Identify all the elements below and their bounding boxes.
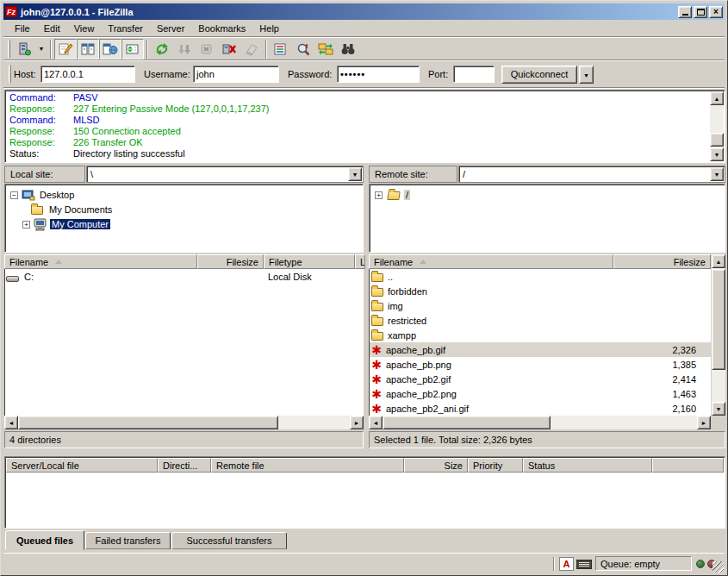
column-header-filename[interactable]: Filename: [4, 254, 197, 269]
tree-item-my-computer[interactable]: + My Computer: [22, 217, 110, 231]
column-header-filetype[interactable]: Filetype: [264, 254, 355, 269]
reconnect-button[interactable]: [240, 39, 263, 59]
remote-list-header: Filename Filesize: [369, 254, 711, 269]
scrollbar-thumb[interactable]: [383, 416, 551, 429]
expand-icon[interactable]: +: [375, 191, 383, 199]
quickconnect-grip[interactable]: [9, 66, 11, 83]
menu-file[interactable]: File: [8, 22, 37, 35]
directory-comparison-button[interactable]: [292, 39, 314, 59]
local-hscrollbar[interactable]: ◄ ►: [4, 416, 364, 429]
process-queue-button[interactable]: [173, 39, 196, 59]
transfer-type-icon[interactable]: A: [559, 557, 574, 571]
tree-item-desktop[interactable]: − Desktop: [10, 188, 76, 202]
tab-queued-files[interactable]: Queued files: [5, 530, 84, 550]
close-icon: ×: [713, 8, 719, 16]
scroll-right-button[interactable]: ►: [350, 416, 364, 429]
file-name: restricted: [388, 316, 426, 326]
menu-view[interactable]: View: [67, 22, 102, 35]
remote-site-dropdown-button[interactable]: ▼: [710, 167, 724, 181]
quickconnect-dropdown-button[interactable]: ▼: [579, 66, 594, 84]
menu-bookmarks[interactable]: Bookmarks: [191, 22, 252, 35]
column-header-server-local-file[interactable]: Server/Local file: [6, 458, 158, 473]
scroll-left-button[interactable]: ◄: [369, 416, 383, 429]
file-row[interactable]: ✱apache_pb2.gif2,414: [370, 372, 711, 386]
column-header-lastmodified[interactable]: L: [355, 254, 365, 269]
scrollbar-thumb[interactable]: [18, 416, 278, 429]
file-row-selected[interactable]: ✱apache_pb.gif2,326: [370, 342, 711, 357]
column-header-remote-file[interactable]: Remote file: [211, 458, 404, 473]
tab-label: Successful transfers: [186, 535, 271, 546]
toggle-message-log-button[interactable]: [54, 39, 77, 59]
refresh-button[interactable]: [151, 39, 173, 59]
binary-indicator-icon[interactable]: [576, 560, 592, 569]
minimize-button[interactable]: [678, 6, 692, 18]
file-size: 2,160: [672, 404, 696, 414]
scrollbar-thumb[interactable]: [712, 269, 725, 370]
file-row[interactable]: forbidden: [370, 284, 711, 298]
file-row[interactable]: ..: [370, 269, 711, 284]
remote-site-combo[interactable]: /: [458, 166, 725, 183]
scroll-right-button[interactable]: ►: [697, 416, 711, 429]
toggle-local-tree-button[interactable]: [77, 39, 99, 59]
file-row[interactable]: ✱apache_pb2_ani.gif2,160: [370, 401, 711, 416]
column-header-size[interactable]: Size: [404, 458, 468, 473]
synchronized-browsing-button[interactable]: [314, 39, 337, 59]
site-manager-dropdown-button[interactable]: ▼: [35, 39, 47, 59]
toggle-transfer-queue-button[interactable]: [121, 39, 144, 59]
file-row[interactable]: ✱apache_pb.png1,385: [370, 357, 711, 372]
scroll-up-button[interactable]: ▲: [710, 91, 724, 105]
close-button[interactable]: ×: [709, 6, 723, 18]
resize-grip[interactable]: [712, 561, 724, 573]
port-input[interactable]: [453, 66, 495, 83]
remote-hscrollbar[interactable]: ◄ ►: [369, 416, 711, 429]
local-pane: Local site: \ ▼ − Desktop My Documents +…: [4, 166, 364, 449]
scroll-up-button[interactable]: ▲: [712, 254, 725, 268]
column-header-direction[interactable]: Directi...: [158, 458, 211, 473]
tree-item-root[interactable]: + /: [375, 188, 410, 202]
disconnect-button[interactable]: [218, 39, 240, 59]
scroll-down-button[interactable]: ▼: [712, 402, 725, 416]
tab-failed-transfers[interactable]: Failed transfers: [85, 532, 171, 549]
collapse-icon[interactable]: −: [10, 191, 18, 199]
column-header-priority[interactable]: Priority: [468, 458, 523, 473]
quickconnect-bar: Host: Username: Password: Port: Quickcon…: [3, 61, 725, 87]
computer-icon: [34, 218, 47, 231]
directory-listing-filters-button[interactable]: [270, 39, 292, 59]
menu-transfer[interactable]: Transfer: [101, 22, 150, 35]
file-row[interactable]: img: [370, 298, 711, 313]
find-files-button[interactable]: [337, 39, 359, 59]
site-manager-button[interactable]: [13, 39, 35, 59]
file-row[interactable]: xampp: [370, 328, 711, 342]
file-row[interactable]: ✱apache_pb2.png1,463: [370, 386, 711, 401]
file-row[interactable]: C: Local Disk: [5, 269, 364, 284]
column-header-filename[interactable]: Filename: [369, 254, 613, 269]
password-input[interactable]: [337, 66, 420, 83]
remote-vscrollbar[interactable]: ▲ ▼: [712, 254, 725, 416]
menu-edit[interactable]: Edit: [37, 22, 67, 35]
menu-help[interactable]: Help: [252, 22, 286, 35]
menu-server[interactable]: Server: [150, 22, 191, 35]
scroll-left-button[interactable]: ◄: [4, 416, 18, 429]
username-input[interactable]: [193, 66, 279, 83]
titlebar[interactable]: Fz john@127.0.0.1 - FileZilla ×: [3, 3, 725, 20]
log-line: Status:Directory listing successful: [5, 148, 725, 160]
local-tree-icon: [80, 42, 96, 56]
column-header-filesize[interactable]: Filesize: [197, 254, 264, 269]
column-header-status[interactable]: Status: [523, 458, 652, 473]
tab-successful-transfers[interactable]: Successful transfers: [171, 532, 287, 549]
quickconnect-button[interactable]: Quickconnect: [501, 66, 577, 84]
maximize-button[interactable]: [694, 6, 707, 18]
toggle-remote-tree-button[interactable]: [99, 39, 121, 59]
cancel-operation-button[interactable]: [196, 39, 218, 59]
local-site-dropdown-button[interactable]: ▼: [348, 167, 362, 181]
log-scrollbar[interactable]: ▲ ▼: [710, 91, 724, 161]
tree-item-my-documents[interactable]: My Documents: [29, 203, 114, 216]
column-header-filesize[interactable]: Filesize: [613, 254, 711, 269]
file-row[interactable]: restricted: [370, 313, 711, 328]
local-site-combo[interactable]: \: [86, 166, 364, 183]
scrollbar-thumb[interactable]: [710, 133, 724, 147]
scroll-down-button[interactable]: ▼: [710, 147, 724, 161]
expand-icon[interactable]: +: [22, 221, 30, 229]
host-input[interactable]: [40, 66, 135, 83]
toolbar-grip[interactable]: [8, 41, 10, 58]
